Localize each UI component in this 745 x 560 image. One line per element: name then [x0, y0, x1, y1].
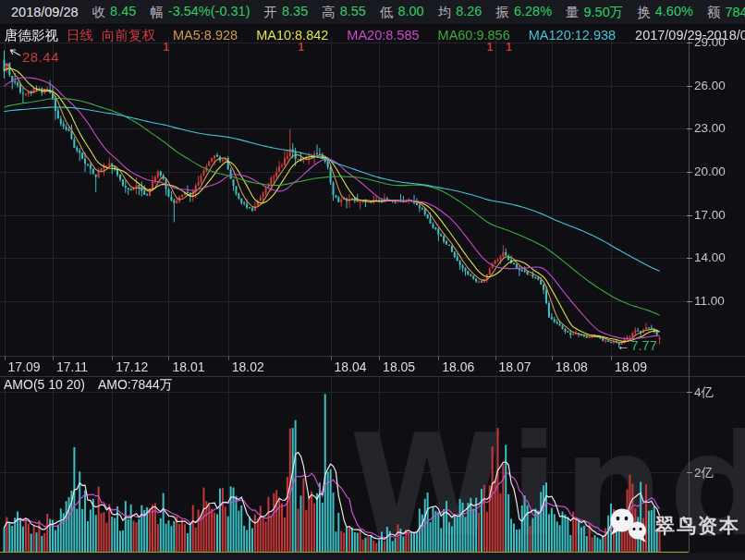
quote-field-value: 6.28%: [514, 4, 552, 21]
date-tick-17.12: 17.12: [116, 359, 148, 374]
ma-legend-item-4: MA120:12.938: [529, 28, 616, 43]
ma-legend: MA5:8.928MA10:8.842MA20:8.585MA60:9.856M…: [173, 28, 616, 43]
price-tick-23.00: 23.00: [694, 121, 726, 135]
date-tick-18.06: 18.06: [442, 359, 474, 374]
event-marker-3[interactable]: 1: [506, 41, 512, 54]
quote-field-换: 换4.60%: [637, 4, 693, 21]
quote-field-label: 换: [637, 4, 651, 21]
amo-current-value: AMO:7844万: [98, 377, 173, 394]
quote-field-label: 低: [380, 4, 394, 21]
high-price-annotation: 28.44: [22, 49, 59, 65]
quote-date: 2018/09/28: [11, 5, 79, 19]
price-volume-chart-canvas[interactable]: [0, 0, 745, 560]
left-arrow-icon: ←: [617, 338, 630, 353]
amount-tick-4: 4亿: [694, 384, 714, 401]
bottom-strip: [0, 553, 745, 560]
price-tick-29.00: 29.00: [694, 35, 726, 49]
date-tick-17.11: 17.11: [56, 359, 88, 374]
date-tick-17.09: 17.09: [8, 359, 41, 374]
quote-field-label: 开: [263, 4, 277, 21]
quote-field-低: 低8.00: [380, 4, 424, 21]
date-tick-18.04: 18.04: [335, 359, 367, 374]
quote-field-label: 幅: [150, 4, 164, 21]
quote-field-value: 8.35: [282, 4, 308, 21]
quote-bar: 2018/09/28 收8.45幅-3.54%(-0.31)开8.35高8.55…: [0, 0, 745, 25]
price-tick-17.00: 17.00: [694, 208, 726, 222]
date-tick-18.05: 18.05: [383, 359, 415, 374]
wechat-bubbles-icon: [608, 507, 649, 544]
quote-field-label: 振: [495, 4, 509, 21]
event-marker-1[interactable]: 1: [298, 41, 304, 54]
price-tick-20.00: 20.00: [694, 164, 726, 178]
date-tick-18.07: 18.07: [499, 359, 531, 374]
price-tick-11.00: 11.00: [694, 294, 725, 308]
ma-legend-item-0: MA5:8.928: [173, 28, 238, 43]
quote-field-label: 额: [707, 4, 721, 21]
quote-field-量: 量9.50万: [566, 4, 623, 21]
low-price-annotation: ←7.77: [617, 338, 657, 353]
quote-field-value: 4.60%: [655, 4, 693, 21]
quote-field-收: 收8.45: [92, 4, 137, 21]
quote-field-均: 均8.26: [438, 4, 482, 21]
quote-field-label: 量: [566, 4, 580, 21]
adjust-mode-selector[interactable]: 向前复权: [102, 27, 155, 44]
ma-legend-item-1: MA10:8.842: [256, 28, 328, 43]
legend-bar: 唐德影视 日线 向前复权 MA5:8.928MA10:8.842MA20:8.5…: [0, 25, 745, 45]
quote-field-value: 8.00: [397, 4, 423, 21]
event-marker-0[interactable]: 1: [164, 41, 170, 54]
date-tick-18.01: 18.01: [172, 359, 204, 374]
quote-field-label: 均: [438, 4, 452, 21]
ma-legend-item-2: MA20:8.585: [347, 28, 419, 43]
quote-field-开: 开8.35: [263, 4, 308, 21]
quote-field-value: 8.45: [110, 4, 136, 21]
event-marker-2[interactable]: 1: [487, 41, 494, 54]
quote-field-value: 9.50万: [584, 4, 624, 21]
period-selector[interactable]: 日线: [67, 27, 93, 44]
ma-legend-item-3: MA60:9.856: [438, 28, 510, 43]
date-range: 2017/09/29-2018/0...: [635, 28, 745, 43]
amo-indicator-label: AMO(5 10 20) AMO:7844万: [4, 377, 173, 394]
amo-params: AMO(5 10 20): [4, 377, 85, 394]
kingfisher-capital-logo: 翠鸟资本: [608, 507, 740, 544]
logo-text: 翠鸟资本: [655, 513, 740, 539]
quote-field-高: 高8.55: [322, 4, 366, 21]
security-name: 唐德影视: [5, 27, 58, 44]
date-tick-18.02: 18.02: [232, 359, 264, 374]
amount-tick-2: 2亿: [694, 465, 714, 481]
quote-fields: 收8.45幅-3.54%(-0.31)开8.35高8.55低8.00均8.26振…: [92, 4, 745, 21]
quote-field-振: 振6.28%: [495, 4, 552, 21]
date-tick-18.08: 18.08: [556, 359, 588, 374]
quote-field-label: 收: [92, 4, 106, 21]
quote-field-value: 8.26: [456, 4, 482, 21]
date-tick-18.09: 18.09: [615, 359, 647, 374]
quote-field-额: 额7844万: [707, 4, 745, 21]
price-tick-14.00: 14.00: [694, 250, 726, 264]
quote-field-幅: 幅-3.54%(-0.31): [150, 4, 250, 21]
quote-field-label: 高: [322, 4, 336, 21]
wind-stock-terminal-screen: Wind 2018/09/28 收8.45幅-3.54%(-0.31)开8.35…: [0, 0, 745, 560]
price-tick-26.00: 26.00: [694, 79, 726, 92]
quote-field-value: -3.54%(-0.31): [168, 4, 250, 21]
quote-field-value: 8.55: [340, 4, 366, 21]
quote-field-value: 7844万: [725, 4, 745, 21]
